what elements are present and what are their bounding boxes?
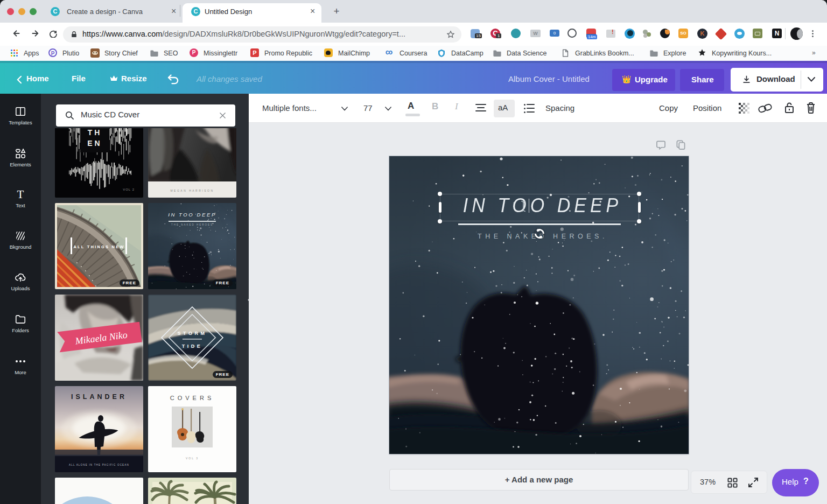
svg-text:STORM: STORM — [178, 331, 207, 336]
svg-text:TH: TH — [88, 128, 102, 137]
svg-text:ALL THINGS NEW: ALL THINGS NEW — [73, 244, 124, 249]
svg-text:EN: EN — [87, 139, 102, 148]
svg-text:TIDE: TIDE — [182, 344, 203, 349]
svg-text:MEGAN HARRISON: MEGAN HARRISON — [170, 189, 214, 192]
svg-text:COVERS: COVERS — [170, 395, 214, 401]
svg-text:ALL ALONE IN THE PACIFIC OCEAN: ALL ALONE IN THE PACIFIC OCEAN — [69, 464, 129, 466]
svg-text:VOL 3: VOL 3 — [186, 457, 199, 460]
svg-text:ISLANDER: ISLANDER — [71, 393, 127, 401]
svg-text:VOL 2: VOL 2 — [123, 188, 135, 191]
